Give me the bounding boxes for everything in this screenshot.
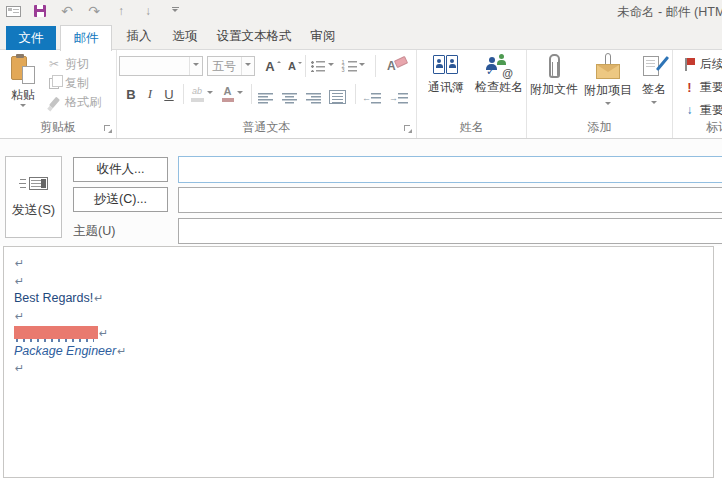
align-center-button[interactable] [282, 88, 297, 108]
tab-options[interactable]: 选项 [164, 23, 206, 49]
chevron-down-icon [20, 104, 26, 110]
signature-icon [643, 54, 665, 78]
cut-button[interactable]: ✂ 剪切 [46, 56, 89, 72]
customize-qat-button[interactable] [167, 3, 183, 19]
address-book-label: 通讯簿 [428, 79, 464, 96]
bullet-list-icon [311, 60, 326, 72]
undo-button[interactable]: ↶ [59, 3, 75, 19]
dialog-launcher-icon[interactable] [404, 125, 412, 133]
bullets-button[interactable] [310, 56, 334, 76]
follow-up-button[interactable]: 后续标志 [684, 57, 722, 71]
check-names-button[interactable]: ✓@ 检查姓名 [473, 54, 525, 96]
save-button[interactable] [32, 3, 48, 19]
font-size-combobox[interactable]: 五号 [207, 56, 255, 76]
tab-format-text[interactable]: 设置文本格式 [212, 23, 296, 49]
exclamation-icon: ! [684, 80, 695, 95]
outlook-compose-window: { "colors": { "accent": "#1278BE", "save… [0, 0, 722, 479]
italic-button[interactable]: I [143, 84, 157, 104]
bold-button[interactable]: B [123, 84, 139, 104]
to-input[interactable] [178, 156, 722, 183]
paragraph-return-mark: ↵ [15, 362, 24, 374]
underline-button[interactable]: U [161, 84, 177, 104]
highlight-color-button[interactable] [190, 84, 214, 104]
chevron-down-icon [172, 7, 179, 16]
paste-clipboard-icon [10, 54, 36, 84]
signature-button[interactable]: 签名 [637, 54, 671, 107]
subject-input[interactable] [178, 218, 722, 244]
format-painter-button[interactable]: 格式刷 [46, 94, 101, 110]
low-importance-label: 重要性 - 低 [700, 102, 722, 119]
message-body[interactable]: ↵↵Best Regards!↵↵↵Package Engineer↵↵ [3, 246, 714, 478]
high-importance-label: 重要性 - 高 [700, 79, 722, 96]
tab-insert[interactable]: 插入 [118, 23, 160, 49]
redo-button[interactable]: ↷ [86, 3, 102, 19]
grow-font-button[interactable]: A [261, 56, 279, 76]
grow-font-icon: A [265, 60, 274, 73]
low-importance-button[interactable]: ↓ 重要性 - 低 [684, 103, 722, 117]
dialog-launcher-icon[interactable] [104, 125, 112, 133]
group-basic-text: 五号 A A B I U [117, 50, 417, 138]
align-left-button[interactable] [258, 88, 273, 108]
font-color-button[interactable] [221, 84, 243, 104]
clear-formatting-button[interactable] [385, 55, 409, 75]
signature-label: 签名 [642, 81, 666, 98]
body-line: ↵ [14, 360, 713, 378]
format-painter-label: 格式刷 [65, 94, 101, 111]
chevron-down-icon [189, 57, 202, 75]
paperclip-icon [549, 54, 560, 78]
group-label-names: 姓名 [417, 119, 526, 136]
group-include: 附加文件 附加项目 签名 添加 [527, 50, 673, 138]
align-center-icon [282, 92, 297, 104]
increase-indent-button[interactable] [389, 88, 408, 108]
flag-icon [684, 58, 695, 71]
distributed-button[interactable] [329, 87, 346, 107]
highlight-pen-icon [191, 87, 205, 102]
tab-review[interactable]: 审阅 [302, 23, 344, 49]
cc-button[interactable]: 抄送(C)... [73, 187, 168, 212]
body-line: Best Regards!↵ [14, 290, 713, 308]
move-up-button[interactable]: ↑ [113, 3, 129, 19]
body-text: Package Engineer [14, 344, 116, 358]
paragraph-return-mark: ↵ [117, 345, 126, 357]
paste-button[interactable]: 粘贴 [4, 54, 42, 120]
body-line: ↵ [14, 255, 713, 273]
attach-item-button[interactable]: 附加项目 [581, 53, 635, 108]
tab-message[interactable]: 邮件 [60, 25, 112, 51]
redacted-text-remnant [16, 339, 94, 342]
chevron-down-icon [207, 91, 213, 97]
chevron-down-icon [237, 91, 243, 97]
shrink-font-button[interactable]: A [283, 56, 301, 76]
send-button[interactable]: 发送(S) [5, 156, 62, 238]
format-painter-icon [46, 97, 62, 108]
to-button[interactable]: 收件人... [73, 157, 168, 182]
attach-file-button[interactable]: 附加文件 [529, 54, 579, 98]
decrease-indent-button[interactable] [362, 88, 381, 108]
chevron-down-icon [359, 63, 365, 69]
align-right-button[interactable] [306, 88, 321, 108]
paragraph-return-mark: ↵ [15, 257, 24, 269]
body-line: ↵ [14, 308, 713, 326]
paragraph-return-mark: ↵ [94, 292, 103, 304]
paragraph-return-mark: ↵ [15, 275, 24, 287]
font-size-value: 五号 [208, 58, 241, 75]
font-name-combobox[interactable] [119, 56, 203, 76]
tab-file[interactable]: 文件 [6, 26, 56, 50]
paste-label: 粘贴 [11, 87, 35, 104]
body-line: Package Engineer↵ [14, 343, 713, 361]
move-down-button[interactable]: ↓ [140, 3, 156, 19]
title-bar: ↶ ↷ ↑ ↓ 未命名 - 邮件 (HTML) [0, 0, 722, 22]
ribbon: 粘贴 ✂ 剪切 复制 格式刷 剪贴板 五号 A A [0, 50, 722, 139]
ribbon-tab-bar: 文件 邮件 插入 选项 设置文本格式 审阅 [0, 22, 722, 50]
follow-up-label: 后续标志 [700, 56, 722, 73]
copy-icon [46, 78, 62, 89]
copy-button[interactable]: 复制 [46, 75, 89, 91]
numbered-list-icon [342, 60, 357, 72]
high-importance-button[interactable]: ! 重要性 - 高 [684, 80, 722, 94]
numbering-button[interactable] [341, 56, 365, 76]
message-body-content: ↵↵Best Regards!↵↵↵Package Engineer↵↵ [14, 255, 713, 378]
redacted-name [14, 326, 98, 339]
cc-input[interactable] [178, 187, 722, 213]
subject-label: 主题(U) [73, 223, 115, 240]
chevron-down-icon [605, 102, 611, 108]
address-book-button[interactable]: 通讯簿 [421, 55, 471, 96]
